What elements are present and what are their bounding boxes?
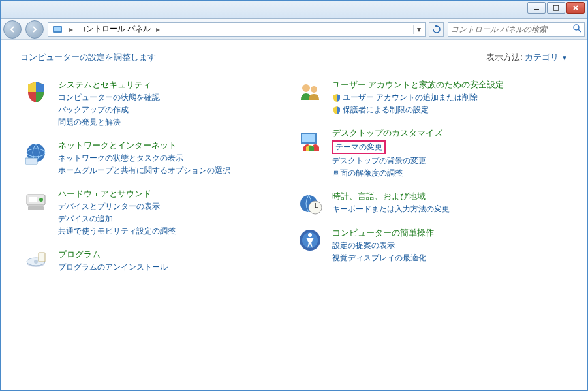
back-button[interactable]	[3, 20, 22, 39]
category-link-text: デバイスとプリンターの表示	[58, 201, 160, 212]
category-block: デスクトップのカスタマイズテーマの変更デスクトップの背景の変更画面の解像度の調整	[294, 127, 568, 180]
uac-shield-icon	[332, 106, 341, 115]
category-link[interactable]: 問題の発見と解決	[58, 117, 294, 128]
svg-point-18	[311, 86, 317, 93]
breadcrumb-chevron-icon[interactable]: ▸	[65, 25, 77, 34]
category-link[interactable]: コンピューターの状態を確認	[58, 92, 294, 103]
svg-rect-8	[25, 158, 37, 164]
category-title[interactable]: システムとセキュリティ	[58, 79, 294, 91]
svg-rect-3	[54, 27, 61, 31]
category-link-text: デスクトップの背景の変更	[332, 155, 426, 166]
close-button[interactable]	[566, 2, 585, 14]
category-link-text: 視覚ディスプレイの最適化	[332, 253, 426, 264]
svg-line-5	[578, 29, 581, 32]
category-title[interactable]: デスクトップのカスタマイズ	[332, 127, 568, 139]
search-input[interactable]	[451, 25, 572, 34]
page-heading: コンピューターの設定を調整します	[20, 52, 156, 63]
category-title[interactable]: ユーザー アカウントと家族のための安全設定	[332, 79, 568, 91]
category-link-text: ユーザー アカウントの追加または削除	[343, 92, 478, 103]
view-by-label: 表示方法:	[486, 52, 523, 62]
category-link[interactable]: プログラムのアンインストール	[58, 262, 294, 273]
shield-system-icon[interactable]	[20, 79, 52, 105]
category-link-text: デバイスの追加	[58, 213, 113, 225]
category-title[interactable]: ハードウェアとサウンド	[58, 188, 294, 200]
category-link-text: 共通で使うモビリティ設定の調整	[58, 226, 176, 237]
category-block: コンピューターの簡単操作設定の提案の表示視覚ディスプレイの最適化	[294, 227, 568, 265]
category-link-text: ネットワークの状態とタスクの表示	[58, 153, 183, 164]
category-block: システムとセキュリティコンピューターの状態を確認バックアップの作成問題の発見と解…	[20, 79, 294, 129]
control-panel-icon	[52, 24, 63, 35]
category-link[interactable]: バックアップの作成	[58, 104, 294, 116]
svg-rect-10	[29, 197, 37, 202]
refresh-button[interactable]	[429, 22, 444, 37]
uac-shield-icon	[332, 93, 341, 102]
maximize-button[interactable]	[547, 2, 565, 14]
category-column-right: ユーザー アカウントと家族のための安全設定ユーザー アカウントの追加または削除保…	[294, 79, 568, 285]
category-link-text: 画面の解像度の調整	[332, 168, 403, 179]
category-link[interactable]: デスクトップの背景の変更	[332, 155, 568, 166]
clock-region-icon[interactable]	[294, 191, 326, 217]
minimize-button[interactable]	[527, 2, 546, 14]
category-title[interactable]: ネットワークとインターネット	[58, 140, 294, 151]
category-column-left: システムとセキュリティコンピューターの状態を確認バックアップの作成問題の発見と解…	[20, 79, 294, 285]
svg-rect-1	[553, 5, 559, 10]
category-link-text: バックアップの作成	[58, 104, 129, 116]
svg-point-4	[574, 25, 579, 30]
category-title[interactable]: プログラム	[58, 249, 294, 260]
category-block: プログラムプログラムのアンインストール	[20, 249, 294, 275]
category-link[interactable]: 保護者による制限の設定	[332, 104, 568, 116]
category-link-text: キーボードまたは入力方法の変更	[332, 204, 450, 215]
svg-rect-20	[302, 134, 315, 142]
category-link[interactable]: デバイスとプリンターの表示	[58, 201, 294, 212]
category-link[interactable]: 共通で使うモビリティ設定の調整	[58, 226, 294, 237]
category-link[interactable]: ユーザー アカウントの追加または削除	[332, 92, 568, 103]
svg-rect-16	[39, 253, 45, 262]
view-by: 表示方法: カテゴリ ▼	[486, 52, 568, 63]
category-link-text: プログラムのアンインストール	[58, 262, 168, 273]
category-link-text: ホームグループと共有に関するオプションの選択	[58, 165, 230, 176]
chevron-down-icon[interactable]: ▼	[561, 54, 568, 61]
forward-button[interactable]	[25, 20, 44, 39]
category-block: ハードウェアとサウンドデバイスとプリンターの表示デバイスの追加共通で使うモビリテ…	[20, 188, 294, 238]
content-area: コンピューターの設定を調整します 表示方法: カテゴリ ▼ システムとセキュリテ…	[1, 40, 587, 390]
svg-point-11	[39, 198, 43, 202]
category-link[interactable]: ホームグループと共有に関するオプションの選択	[58, 165, 294, 176]
category-block: ユーザー アカウントと家族のための安全設定ユーザー アカウントの追加または削除保…	[294, 79, 568, 117]
category-block: ネットワークとインターネットネットワークの状態とタスクの表示ホームグループと共有…	[20, 140, 294, 178]
category-title[interactable]: コンピューターの簡単操作	[332, 227, 568, 239]
category-link[interactable]: 画面の解像度の調整	[332, 168, 568, 179]
hardware-icon[interactable]	[20, 188, 52, 214]
category-link[interactable]: ネットワークの状態とタスクの表示	[58, 153, 294, 164]
svg-point-15	[34, 260, 38, 264]
user-accounts-icon[interactable]	[294, 79, 326, 105]
svg-rect-0	[534, 9, 539, 10]
svg-rect-12	[28, 206, 44, 210]
titlebar	[1, 1, 587, 19]
ease-of-access-icon[interactable]	[294, 227, 326, 253]
category-title[interactable]: 時計、言語、および地域	[332, 191, 568, 202]
address-dropdown-icon[interactable]: ▾	[413, 25, 424, 34]
view-by-value[interactable]: カテゴリ	[525, 52, 559, 62]
category-link[interactable]: 視覚ディスプレイの最適化	[332, 253, 568, 264]
category-link-text: コンピューターの状態を確認	[58, 92, 160, 103]
svg-point-27	[308, 233, 312, 237]
breadcrumb-segment[interactable]: コントロール パネル	[77, 23, 152, 35]
category-block: 時計、言語、および地域キーボードまたは入力方法の変更	[294, 191, 568, 217]
search-box[interactable]	[448, 22, 585, 37]
category-link-text: 設定の提案の表示	[332, 240, 395, 251]
navbar: ▸ コントロール パネル ▸ ▾	[1, 19, 587, 40]
address-bar[interactable]: ▸ コントロール パネル ▸ ▾	[48, 22, 426, 37]
category-link-text: テーマの変更	[335, 142, 382, 153]
programs-icon[interactable]	[20, 249, 52, 275]
appearance-icon[interactable]	[294, 127, 326, 153]
category-link[interactable]: キーボードまたは入力方法の変更	[332, 204, 568, 215]
category-link[interactable]: 設定の提案の表示	[332, 240, 568, 251]
breadcrumb-chevron-icon[interactable]: ▸	[152, 25, 164, 34]
network-icon[interactable]	[20, 140, 52, 166]
category-link-text: 保護者による制限の設定	[343, 104, 429, 116]
category-link-text: 問題の発見と解決	[58, 117, 121, 128]
svg-point-17	[302, 84, 310, 92]
search-icon[interactable]	[572, 23, 581, 35]
category-link[interactable]: テーマの変更	[332, 140, 386, 154]
category-link[interactable]: デバイスの追加	[58, 213, 294, 225]
